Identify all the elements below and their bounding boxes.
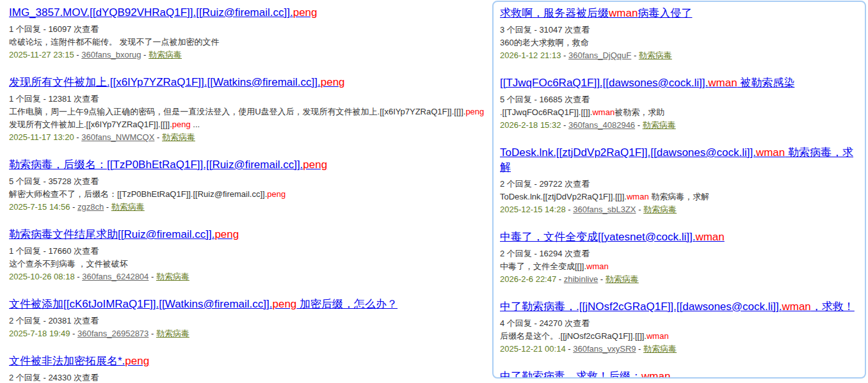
result-title-link[interactable]: 勒索病毒，后缀名：[[TzP0BhEtRaQ1F]].[[Ruiz@firema…: [9, 157, 490, 172]
result-author-link[interactable]: 360fans_26952873: [77, 329, 149, 338]
result-title-link[interactable]: 勒索病毒文件结尾求助[[Ruiz@firemail.cc]].peng: [9, 227, 490, 242]
result-stats: 2 个回复 - 24330 次查看: [9, 371, 490, 383]
result-snippet: .[[TJwqFOc6RaQ1F]].[[]].wman被勒索，求助: [500, 106, 858, 119]
result-footer: 2026-2-6 22:47 - zhibinlive - 勒索病毒: [500, 273, 858, 286]
result-author-link[interactable]: 360fans_bxorug: [81, 50, 141, 59]
result-title-link[interactable]: 求救啊，服务器被后缀wman病毒入侵了: [500, 6, 858, 20]
result-author-link[interactable]: 360fans_vxySR9: [573, 344, 636, 354]
text-segment: 中了勒索病毒，.[[jNOsf2cGRaQ1F]].[[dawsones@coc…: [500, 301, 782, 313]
result-title-link[interactable]: 中了勒索病毒，.[[jNOsf2cGRaQ1F]].[[dawsones@coc…: [500, 299, 858, 314]
result-date: 2025-10-26 08:18: [9, 272, 75, 281]
result-category-link[interactable]: 勒索病毒: [156, 329, 189, 338]
result-date: 2026-2-6 22:47: [500, 274, 556, 284]
result-author-link[interactable]: 360fans_NWMCQX: [81, 132, 154, 142]
highlighted-keyword: peng: [267, 189, 285, 199]
text-segment: ToDesk.lnk.[[ztjDdVp2RaQ1F]].[[]].: [500, 192, 627, 201]
result-snippet: 360的老大求救啊，救命: [500, 36, 858, 49]
result-category-link[interactable]: 勒索病毒: [111, 202, 145, 212]
text-segment: .[[TJwqFOc6RaQ1F]].[[]].: [500, 107, 592, 117]
result-title-link[interactable]: 中毒了，文件全变成[[yatesnet@cock.li]].wman: [500, 230, 858, 244]
result-footer: 2026-1-12 21:13 - 360fans_DjQquF - 勒索病毒: [500, 49, 858, 62]
result-footer: 2025-12-15 14:28 - 360fans_sbL3ZX - 勒索病毒: [500, 203, 858, 216]
result-snippet: 解密大师检查不了，后缀名：[[TzP0BhEtRaQ1F]].[[Ruiz@fi…: [9, 188, 490, 201]
result-date: 2025-7-18 19:49: [9, 329, 70, 338]
text-segment: 中了勒索病毒，求救！后缀：: [500, 370, 641, 379]
highlighted-keyword: wman: [647, 331, 669, 341]
result-title-link[interactable]: 文件被非法加密拓展名*.peng: [9, 354, 490, 368]
result-title-link[interactable]: IMG_3857.MOV.[[dYQB92VHRaQ1F]].[[Ruiz@fi…: [9, 5, 490, 20]
text-segment: 中毒了，文件全变成[[]].: [500, 262, 586, 271]
result-date: 2026-2-18 15:32: [500, 120, 561, 130]
text-segment: 后缀名是这个。.[[jNOsf2cGRaQ1F]].[[]].: [500, 331, 647, 341]
text-segment: 勒索病毒，求解: [649, 192, 710, 201]
separator: -: [635, 120, 643, 130]
result-author-link[interactable]: 360fans_4082946: [568, 120, 635, 130]
result-date: 2025-7-15 14:56: [9, 202, 70, 212]
text-segment: ToDesk.lnk.[[ztjDdVp2RaQ1F]].[[dawsones@…: [500, 146, 756, 159]
result-stats: 4 个回复 - 24270 次查看: [500, 317, 858, 330]
text-segment: 文件被非法加密拓展名*.: [9, 355, 125, 367]
text-segment: 被勒索感染: [737, 77, 795, 89]
result-category-link[interactable]: 勒索病毒: [639, 51, 672, 60]
result-title-link[interactable]: 文件被添加[[cK6tJoIMRaQ1F]].[[Watkins@firemai…: [9, 297, 490, 311]
text-segment: ，求救！: [811, 301, 855, 313]
separator: -: [74, 50, 82, 59]
search-result-item: [[TJwqFOc6RaQ1F]].[[dawsones@cock.li]].w…: [500, 75, 858, 132]
result-author-link[interactable]: zhibinlive: [564, 274, 598, 284]
separator: -: [149, 272, 156, 281]
result-category-link[interactable]: 勒索病毒: [643, 344, 677, 354]
result-category-link[interactable]: 勒索病毒: [162, 132, 195, 142]
result-stats: 3 个回复 - 31047 次查看: [500, 24, 858, 36]
separator: -: [636, 344, 644, 354]
separator: -: [75, 272, 83, 281]
highlighted-keyword: wman: [782, 301, 810, 313]
result-stats: 1 个回复 - 12381 次查看: [9, 93, 490, 106]
result-author-link[interactable]: 360fans_6242804: [82, 272, 149, 281]
result-title-link[interactable]: [[TJwqFOc6RaQ1F]].[[dawsones@cock.li]].w…: [500, 75, 858, 90]
result-stats: 5 个回复 - 16685 次查看: [500, 93, 858, 106]
highlighted-keyword: wman: [695, 231, 724, 243]
results-left-column: IMG_3857.MOV.[[dYQB92VHRaQ1F]].[[Ruiz@fi…: [9, 4, 490, 383]
separator: -: [598, 274, 606, 284]
separator: -: [636, 205, 644, 214]
result-stats: 2 个回复 - 16294 次查看: [500, 247, 858, 260]
highlighted-keyword: peng: [214, 228, 239, 240]
result-category-link[interactable]: 勒索病毒: [606, 274, 639, 284]
result-title-link[interactable]: 发现所有文件被加上.[[x6IYp7YZRaQ1F]].[[Watkins@fi…: [9, 75, 490, 90]
result-title-link[interactable]: ToDesk.lnk.[[ztjDdVp2RaQ1F]].[[dawsones@…: [500, 145, 858, 175]
result-snippet: 中毒了，文件全变成[[]].wman: [500, 260, 858, 273]
result-category-link[interactable]: 勒索病毒: [643, 120, 676, 130]
highlighted-keyword: peng: [272, 298, 296, 310]
separator: -: [70, 329, 77, 338]
separator: -: [631, 51, 639, 60]
highlighted-keyword: peng: [303, 159, 327, 171]
result-category-link[interactable]: 勒索病毒: [643, 205, 677, 214]
separator: -: [561, 51, 568, 60]
text-segment: 360的老大求救啊，救命: [500, 38, 589, 47]
search-result-item: 中了勒索病毒，.[[jNOsf2cGRaQ1F]].[[dawsones@coc…: [500, 299, 858, 356]
result-author-link[interactable]: zgz8ch: [77, 202, 104, 212]
separator: -: [561, 120, 568, 130]
result-author-link[interactable]: 360fans_sbL3ZX: [573, 205, 636, 214]
text-segment: 勒索病毒，后缀名：[[TzP0BhEtRaQ1F]].[[Ruiz@firema…: [9, 159, 303, 171]
text-segment: IMG_3857.MOV.[[dYQB92VHRaQ1F]].[[Ruiz@fi…: [9, 6, 293, 19]
result-stats: 1 个回复 - 17660 次查看: [9, 245, 490, 258]
highlighted-keyword: wman: [708, 77, 737, 89]
result-title-link[interactable]: 中了勒索病毒，求救！后缀：wman: [500, 369, 858, 379]
result-date: 2025-11-27 23:15: [9, 50, 74, 59]
result-category-link[interactable]: 勒索病毒: [156, 272, 189, 281]
text-segment: 发现所有文件被加上.[[x6IYp7YZRaQ1F]].[[Watkins@fi…: [9, 76, 321, 88]
text-segment: 解密大师检查不了，后缀名：[[TzP0BhEtRaQ1F]].[[Ruiz@fi…: [9, 189, 267, 199]
result-author-link[interactable]: 360fans_DjQquF: [568, 51, 631, 60]
result-stats: 2 个回复 - 29722 次查看: [500, 178, 858, 191]
result-footer: 2025-12-21 00:14 - 360fans_vxySR9 - 勒索病毒: [500, 343, 858, 356]
text-segment: [[TJwqFOc6RaQ1F]].[[dawsones@cock.li]].: [500, 77, 708, 89]
text-segment: 这个查杀不到病毒 ，文件被破坏: [9, 259, 128, 269]
result-category-link[interactable]: 勒索病毒: [149, 50, 182, 59]
highlighted-keyword: wman: [592, 107, 615, 117]
text-segment: 工作电脑，周一上午9点输入正确的密码，但是一直没法登入，使用U盘登入后，发现所有…: [9, 107, 465, 116]
result-stats: 1 个回复 - 16097 次查看: [9, 23, 490, 36]
separator: -: [556, 274, 564, 284]
result-date: 2025-11-17 13:20: [9, 132, 74, 142]
highlighted-keyword: wman: [609, 7, 638, 19]
